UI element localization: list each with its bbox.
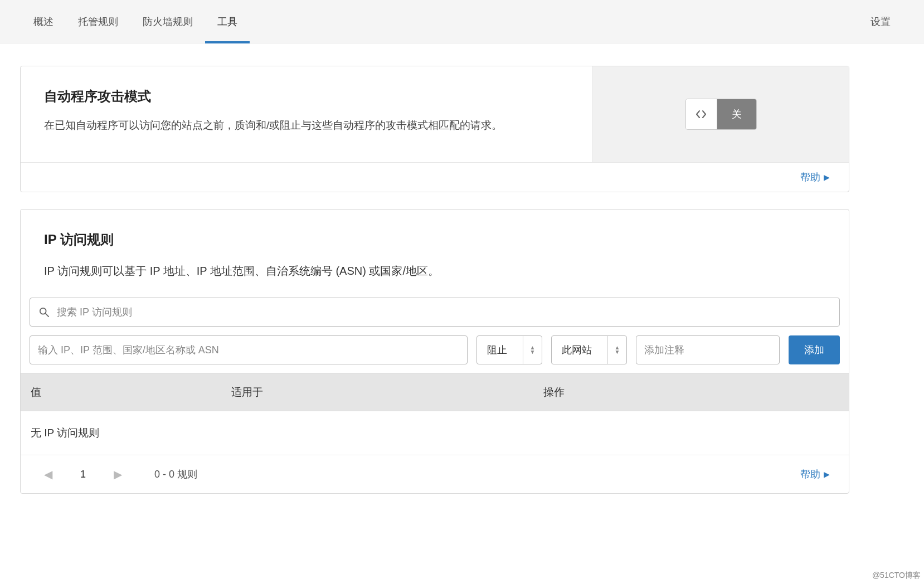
bot-help-link[interactable]: 帮助 ▶ — [800, 171, 830, 184]
caret-right-icon: ▶ — [824, 470, 830, 479]
toggle-handle-icon — [686, 99, 717, 129]
tabs-left: 概述 托管规则 防火墙规则 工具 — [21, 0, 250, 43]
search-input[interactable] — [57, 306, 830, 318]
bot-card-title: 自动程序攻击模式 — [44, 87, 569, 105]
bot-card-desc: 在已知自动程序可以访问您的站点之前，质询和/或阻止与这些自动程序的攻击模式相匹配… — [44, 115, 569, 135]
tab-overview[interactable]: 概述 — [21, 0, 66, 43]
svg-line-1 — [46, 314, 48, 317]
help-label: 帮助 — [800, 468, 820, 481]
scope-select[interactable]: 此网站 ▲▼ — [551, 335, 627, 364]
bot-card-footer: 帮助 ▶ — [21, 162, 849, 192]
ip-card-title: IP 访问规则 — [44, 231, 825, 249]
tab-settings[interactable]: 设置 — [858, 0, 903, 43]
pager-page-num: 1 — [70, 469, 96, 480]
svg-point-0 — [40, 308, 46, 314]
page-body: 自动程序攻击模式 在已知自动程序可以访问您的站点之前，质询和/或阻止与这些自动程… — [0, 43, 869, 531]
tab-firewall-rules[interactable]: 防火墙规则 — [130, 0, 205, 43]
note-input[interactable] — [636, 335, 780, 364]
bot-card-right: 关 — [592, 66, 849, 162]
bot-card-left: 自动程序攻击模式 在已知自动程序可以访问您的站点之前，质询和/或阻止与这些自动程… — [21, 66, 592, 162]
chevron-updown-icon: ▲▼ — [607, 336, 626, 364]
ip-rules-card: IP 访问规则 IP 访问规则可以基于 IP 地址、IP 地址范围、自治系统编号… — [20, 209, 849, 494]
ip-table-empty: 无 IP 访问规则 — [21, 411, 849, 455]
ip-controls: 阻止 ▲▼ 此网站 ▲▼ 添加 — [21, 298, 849, 373]
ip-table-header: 值 适用于 操作 — [21, 373, 849, 411]
pager: ◀ 1 ▶ 0 - 0 规则 — [40, 465, 197, 483]
ip-value-input[interactable] — [30, 335, 468, 364]
action-select-label: 阻止 — [477, 343, 523, 357]
pager-prev[interactable]: ◀ — [40, 465, 57, 483]
tab-tools[interactable]: 工具 — [205, 0, 250, 43]
scope-select-label: 此网站 — [552, 343, 607, 357]
action-select[interactable]: 阻止 ▲▼ — [476, 335, 542, 364]
ip-help-link[interactable]: 帮助 ▶ — [800, 468, 830, 481]
th-value: 值 — [31, 385, 231, 400]
bot-card-inner: 自动程序攻击模式 在已知自动程序可以访问您的站点之前，质询和/或阻止与这些自动程… — [21, 66, 849, 162]
help-label: 帮助 — [800, 171, 820, 184]
chevron-updown-icon: ▲▼ — [523, 336, 542, 364]
add-button[interactable]: 添加 — [789, 335, 840, 364]
rule-count: 0 - 0 规则 — [154, 468, 197, 481]
ip-card-header: IP 访问规则 IP 访问规则可以基于 IP 地址、IP 地址范围、自治系统编号… — [21, 210, 849, 298]
th-op: 操作 — [543, 385, 839, 400]
th-applies: 适用于 — [231, 385, 543, 400]
bot-attack-card: 自动程序攻击模式 在已知自动程序可以访问您的站点之前，质询和/或阻止与这些自动程… — [20, 66, 849, 192]
toggle-state-label: 关 — [717, 99, 756, 129]
caret-right-icon: ▶ — [824, 173, 830, 182]
ip-card-desc: IP 访问规则可以基于 IP 地址、IP 地址范围、自治系统编号 (ASN) 或… — [44, 262, 825, 280]
tabs-bar: 概述 托管规则 防火墙规则 工具 设置 — [0, 0, 924, 43]
ip-table-footer: ◀ 1 ▶ 0 - 0 规则 帮助 ▶ — [21, 455, 849, 493]
add-rule-row: 阻止 ▲▼ 此网站 ▲▼ 添加 — [30, 335, 840, 364]
search-box[interactable] — [30, 298, 840, 327]
tab-managed-rules[interactable]: 托管规则 — [66, 0, 130, 43]
search-icon — [39, 307, 49, 317]
pager-next[interactable]: ▶ — [109, 465, 127, 483]
bot-toggle[interactable]: 关 — [685, 99, 757, 130]
